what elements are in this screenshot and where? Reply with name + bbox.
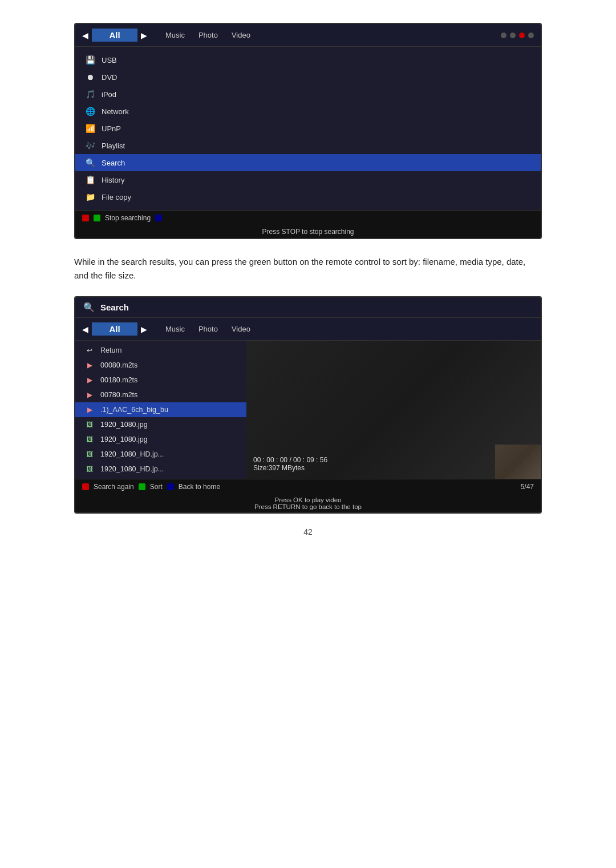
menu-item-playlist[interactable]: 🎶 Playlist	[75, 137, 541, 154]
file-item-4[interactable]: 🖼 1920_1080.jpg	[75, 417, 246, 432]
file-item-6[interactable]: 🖼 1920_1080_HD.jp...	[75, 447, 246, 462]
bottom-left-arrow[interactable]: ◀	[82, 325, 88, 334]
menu-item-dvd[interactable]: ⏺ DVD	[75, 68, 541, 86]
video-icon-3: ▶	[84, 405, 95, 415]
bottom-tab-video[interactable]: Video	[232, 325, 250, 333]
file-label-return: Return	[100, 346, 122, 354]
search-again-button[interactable]: Search again	[94, 483, 134, 491]
nav-title: All	[92, 29, 137, 42]
tab-video[interactable]: Video	[232, 31, 250, 39]
right-arrow[interactable]: ▶	[141, 31, 147, 40]
file-label-1: 00180.m2ts	[100, 376, 137, 384]
video-icon-1: ▶	[84, 375, 95, 385]
back-to-home-button[interactable]: Back to home	[179, 483, 220, 491]
file-item-5[interactable]: 🖼 1920_1080.jpg	[75, 432, 246, 447]
image-icon-7: 🖼	[84, 464, 95, 474]
history-icon: 📋	[84, 174, 96, 185]
file-list-panel: ↩ Return ▶ 00080.m2ts ▶ 00180.m2ts ▶ 007…	[75, 341, 246, 479]
status-dot-blue	[155, 215, 162, 221]
tab-music[interactable]: Music	[165, 31, 185, 39]
nav-arrows[interactable]: ◀ All ▶	[82, 29, 147, 42]
file-label-0: 00080.m2ts	[100, 361, 137, 369]
bottom-status-bar: Search again Sort Back to home 5/47	[75, 479, 541, 494]
ipod-icon: 🎵	[84, 88, 96, 100]
top-nav-bar: ◀ All ▶ Music Photo Video	[75, 24, 541, 47]
network-icon: 🌐	[84, 106, 96, 117]
file-label-6: 1920_1080_HD.jp...	[100, 450, 164, 458]
menu-item-history[interactable]: 📋 History	[75, 171, 541, 188]
bottom-top-tabs: Music Photo Video	[165, 325, 250, 333]
left-arrow[interactable]: ◀	[82, 31, 88, 40]
file-label-3: .1)_AAC_6ch_big_bu	[100, 406, 168, 414]
dots-area	[501, 33, 534, 38]
menu-item-usb[interactable]: 💾 USB	[75, 51, 541, 68]
menu-label-filecopy: File copy	[102, 193, 131, 201]
menu-item-filecopy[interactable]: 📁 File copy	[75, 188, 541, 205]
menu-label-search: Search	[102, 159, 125, 167]
search-again-dot	[82, 483, 89, 490]
menu-item-network[interactable]: 🌐 Network	[75, 103, 541, 120]
file-item-1[interactable]: ▶ 00180.m2ts	[75, 373, 246, 387]
back-home-dot	[167, 483, 174, 490]
top-screenshot: ◀ All ▶ Music Photo Video 💾 USB	[74, 23, 542, 239]
bottom-tab-music[interactable]: Music	[165, 325, 185, 333]
menu-item-upnp[interactable]: 📶 UPnP	[75, 120, 541, 137]
tab-photo[interactable]: Photo	[198, 31, 218, 39]
file-item-2[interactable]: ▶ 00780.m2ts	[75, 387, 246, 402]
top-hint: Press STOP to stop searching	[75, 225, 541, 238]
bottom-screenshot: 🔍 Search ◀ All ▶ Music Photo Video ↩	[74, 296, 542, 514]
menu-item-ipod[interactable]: 🎵 iPod	[75, 86, 541, 103]
menu-label-dvd: DVD	[102, 73, 117, 82]
image-icon-6: 🖼	[84, 449, 95, 459]
status-dot-red	[82, 215, 89, 221]
file-label-7: 1920_1080_HD.jp...	[100, 465, 164, 473]
dot-2	[510, 33, 516, 38]
stop-searching-label[interactable]: Stop searching	[105, 214, 151, 222]
media-time: 00 : 00 : 00 / 00 : 09 : 56	[253, 456, 327, 464]
description-text: While in the search results, you can pre…	[74, 255, 542, 282]
search-title-icon: 🔍	[83, 302, 95, 313]
image-icon-4: 🖼	[84, 419, 95, 430]
menu-label-usb: USB	[102, 56, 117, 64]
menu-label-playlist: Playlist	[102, 142, 125, 150]
dot-3-active	[519, 33, 525, 38]
bottom-hint-1: Press OK to play video Press RETURN to g…	[75, 494, 541, 512]
bottom-nav-bar: ◀ All ▶ Music Photo Video	[75, 318, 541, 341]
usb-icon: 💾	[84, 54, 96, 66]
filecopy-icon: 📁	[84, 191, 96, 203]
preview-panel: 00 : 00 : 00 / 00 : 09 : 56 Size:397 MBy…	[246, 341, 541, 479]
sort-dot	[139, 483, 145, 490]
menu-label-upnp: UPnP	[102, 124, 121, 133]
upnp-icon: 📶	[84, 123, 96, 134]
page-count: 5/47	[521, 483, 534, 491]
bottom-tab-photo[interactable]: Photo	[198, 325, 218, 333]
file-label-5: 1920_1080.jpg	[100, 435, 148, 443]
top-status-bar: Stop searching	[75, 210, 541, 225]
hint-line-1: Press OK to play video	[78, 496, 538, 503]
menu-item-search[interactable]: 🔍 Search	[75, 154, 541, 171]
main-content: ↩ Return ▶ 00080.m2ts ▶ 00180.m2ts ▶ 007…	[75, 341, 541, 479]
file-item-3-selected[interactable]: ▶ .1)_AAC_6ch_big_bu	[75, 402, 246, 417]
return-icon: ↩	[84, 345, 95, 356]
file-list: ↩ Return ▶ 00080.m2ts ▶ 00180.m2ts ▶ 007…	[75, 341, 246, 479]
file-item-return[interactable]: ↩ Return	[75, 343, 246, 358]
bottom-nav-title: All	[92, 322, 137, 336]
bottom-right-arrow[interactable]: ▶	[141, 325, 147, 334]
search-title-text: Search	[100, 302, 129, 312]
video-icon-0: ▶	[84, 360, 95, 370]
sort-button[interactable]: Sort	[150, 483, 163, 491]
menu-list: 💾 USB ⏺ DVD 🎵 iPod 🌐 Network 📶 UPnP 🎶	[75, 47, 541, 210]
search-header: 🔍 Search	[75, 297, 541, 318]
file-item-7[interactable]: 🖼 1920_1080_HD.jp...	[75, 462, 246, 477]
hint-line-2: Press RETURN to go back to the top	[78, 503, 538, 510]
status-dot-green	[94, 215, 100, 221]
video-icon-2: ▶	[84, 390, 95, 400]
playlist-icon: 🎶	[84, 140, 96, 151]
file-label-4: 1920_1080.jpg	[100, 421, 148, 429]
dot-4	[528, 33, 534, 38]
dvd-icon: ⏺	[84, 71, 96, 83]
file-item-0[interactable]: ▶ 00080.m2ts	[75, 358, 246, 373]
dot-1	[501, 33, 506, 38]
bottom-nav-arrows[interactable]: ◀ All ▶	[82, 322, 147, 336]
image-icon-5: 🖼	[84, 434, 95, 445]
